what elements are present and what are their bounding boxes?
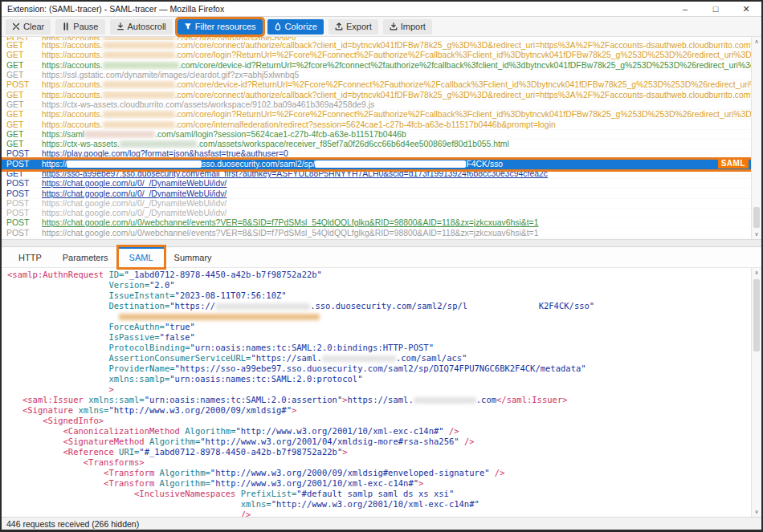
- scrollbar-thumb[interactable]: [753, 279, 760, 351]
- xml-line: <Transform Algorithm="http://www.w3.org/…: [7, 468, 751, 478]
- request-row[interactable]: GEThttps://accounts..com/core/connect/au…: [2, 41, 751, 51]
- request-row[interactable]: POSThttps://play.google.com/log?format=j…: [2, 149, 751, 159]
- clear-button[interactable]: Clear: [6, 19, 51, 35]
- xml-attr: ID=: [108, 270, 124, 280]
- request-row[interactable]: POSThttps://chat.google.com/u/0/_/Dynami…: [2, 179, 751, 189]
- scroll-down-icon[interactable]: ∨: [752, 507, 761, 517]
- xml-tag: >: [342, 447, 347, 457]
- xml-val: "#_1abd0712-8978-4450-a42b-b7f98752a22b": [139, 447, 342, 457]
- redacted-segment: [414, 397, 476, 404]
- request-row[interactable]: POSThttps://chat.google.com/u/0/_/Dynami…: [2, 199, 751, 209]
- colorize-button[interactable]: Colorize: [267, 19, 324, 35]
- xml-val: [467, 301, 539, 311]
- request-row[interactable]: GEThttps://ctx-ws-assets.cloudburrito.co…: [2, 100, 751, 110]
- xml-attr: Algorithm=: [154, 468, 210, 478]
- request-row[interactable]: POSThttps://chat.google.com/u/0/webchann…: [2, 229, 751, 238]
- xml-val: "urn:oasis:names:tc:SAML:2.0:bindings:HT…: [190, 343, 434, 353]
- autoscroll-button[interactable]: Autoscroll: [110, 19, 173, 35]
- request-row[interactable]: GEThttps://accounts..com/core/login?Retu…: [2, 51, 751, 60]
- xml-line: <SignedInfo>: [7, 416, 751, 426]
- request-list-scrollbar[interactable]: ∧ ∨: [751, 37, 761, 239]
- autoscroll-icon: [116, 22, 124, 30]
- xml-line: xmlns="http://www.w3.org/2001/10/xml-exc…: [7, 499, 751, 510]
- url-text: .com/core/connect/authorize/callback?cli…: [175, 41, 751, 50]
- request-row[interactable]: GEThttps://accounts..com/core/connect/au…: [2, 90, 751, 99]
- request-row[interactable]: POSThttps://chat.google.com/u/0/webchann…: [2, 218, 751, 228]
- close-button[interactable]: ✕: [731, 2, 761, 16]
- xml-attr: IsPassive=: [108, 332, 159, 343]
- pane-separator[interactable]: [2, 239, 761, 247]
- tab-summary[interactable]: Summary: [164, 247, 222, 267]
- request-method: POST: [2, 189, 42, 198]
- redacted-segment: [103, 42, 175, 49]
- request-url: https://ctx-ws-assets..com/assets/worksp…: [42, 140, 751, 148]
- xml-line: <SignatureMethod Algorithm="http://www.w…: [7, 437, 751, 447]
- request-row-selected[interactable]: POSThttps://sso.duosecurity.com/saml2/sp…: [2, 160, 751, 169]
- request-method: GET: [2, 140, 42, 148]
- xml-attr: Destination=: [108, 301, 169, 311]
- export-button[interactable]: Export: [328, 19, 378, 35]
- request-list[interactable]: POSThttps://accounts..com/core/company/s…: [2, 37, 761, 239]
- scroll-down-icon[interactable]: ∨: [752, 229, 761, 239]
- request-row[interactable]: GEThttps://ctx-ws-assets..com/assets/wor…: [2, 140, 751, 149]
- request-row[interactable]: POSThttps://accounts..com/core/device-id…: [2, 80, 751, 90]
- tab-parameters[interactable]: Parameters: [52, 247, 119, 267]
- xml-attr: AssertionConsumerServiceURL=: [108, 353, 251, 363]
- saml-detail-pane[interactable]: <samlp:AuthnRequest ID="_1abd0712-8978-4…: [2, 268, 761, 517]
- request-row[interactable]: GEThttps://accounts..com/core/login?Retu…: [2, 110, 751, 120]
- redacted-segment: [103, 111, 175, 118]
- xml-line: <Signature xmlns="http://www.w3.org/2000…: [7, 405, 751, 416]
- xml-line: ProviderName="https://sso-a99ebe97.sso.d…: [7, 363, 751, 374]
- xml-line: <saml:Issuer xmlns:saml="urn:oasis:names…: [7, 395, 751, 405]
- minimize-button[interactable]: –: [670, 2, 700, 16]
- request-row[interactable]: GEThttps://sso-a99ebe97.sso.duosecurity.…: [2, 169, 751, 179]
- xml-tag: />: [490, 468, 505, 478]
- xml-val: "#default samlp saml ds xs xsi": [296, 489, 454, 499]
- url-text: .com/core/login?ReturnUrl=%2Fcore%2Fconn…: [175, 51, 751, 59]
- filter-icon: [184, 22, 192, 30]
- tab-saml[interactable]: SAML: [119, 247, 164, 267]
- request-row[interactable]: POSThttps://chat.google.com/u/0/_/Dynami…: [2, 209, 751, 218]
- tab-http[interactable]: HTTP: [8, 247, 52, 267]
- xml-line: <CanonicalizationMethod Algorithm="http:…: [7, 426, 751, 437]
- redacted-segment: [103, 51, 175, 59]
- xml-line: AssertionConsumerServiceURL="https://sam…: [7, 353, 751, 363]
- button-label: Export: [346, 22, 372, 31]
- request-row[interactable]: GEThttps://accounts..com/core/internalfe…: [2, 120, 751, 129]
- request-row[interactable]: POSThttps://chat.google.com/u/0/_/Dynami…: [2, 189, 751, 198]
- scrollbar-thumb[interactable]: [753, 207, 760, 228]
- xml-val: .sso.duosecurity.com/saml2/sp/l: [310, 301, 467, 311]
- xml-val: "https://saml.: [251, 353, 322, 363]
- xml-tag: />: [241, 510, 251, 517]
- url-text: https://accounts.: [42, 51, 103, 59]
- request-row[interactable]: GEThttps://ssl.gstatic.com/dynamite/imag…: [2, 71, 751, 80]
- scroll-up-icon[interactable]: ∧: [752, 268, 761, 278]
- filter-resources-button[interactable]: Filter resources: [177, 19, 263, 35]
- xml-tag: <SignatureMethod: [63, 437, 145, 447]
- import-button[interactable]: Import: [383, 19, 432, 35]
- saml-badge: SAML: [718, 160, 749, 169]
- pause-button[interactable]: Pause: [55, 19, 104, 35]
- saml-pane-scrollbar[interactable]: ∧ ∨: [751, 268, 761, 517]
- xml-tag: <Reference: [63, 447, 114, 457]
- maximize-button[interactable]: □: [700, 2, 731, 16]
- request-method: GET: [2, 51, 42, 59]
- request-row[interactable]: GEThttps://accounts..com/core/device-id?…: [2, 61, 751, 71]
- url-text: .com/core/device-id?ReturnUrl=%2Fcore%2F…: [175, 80, 751, 89]
- request-row[interactable]: GEThttps://saml.com/saml/login?session=5…: [2, 130, 751, 140]
- request-method: GET: [2, 71, 42, 79]
- url-text: https://chat.google.com/u/0/_/DynamiteWe…: [42, 209, 226, 217]
- xml-attr: xmlns:samlp=: [108, 374, 169, 384]
- xml-tag: <InclusiveNamespaces: [134, 489, 235, 499]
- xml-tag: <Transform: [104, 468, 154, 478]
- xml-attr: IssueInstant=: [108, 290, 174, 301]
- xml-line: <InclusiveNamespaces PrefixList="#defaul…: [7, 489, 751, 499]
- scroll-up-icon[interactable]: ∧: [752, 37, 761, 47]
- xml-attr: URI=: [114, 447, 140, 457]
- xml-tag: <Signature: [22, 405, 73, 416]
- request-url: https://accounts..com/core/login?ReturnU…: [42, 110, 751, 119]
- url-text: .com/core/login?ReturnUrl=%2Fcore%2Fconn…: [175, 110, 751, 119]
- xml-val: "2.0": [149, 280, 175, 290]
- xml-attr: Version=: [108, 280, 149, 290]
- xml-val: "http://www.w3.org/2000/09/xmldsig#": [108, 405, 292, 416]
